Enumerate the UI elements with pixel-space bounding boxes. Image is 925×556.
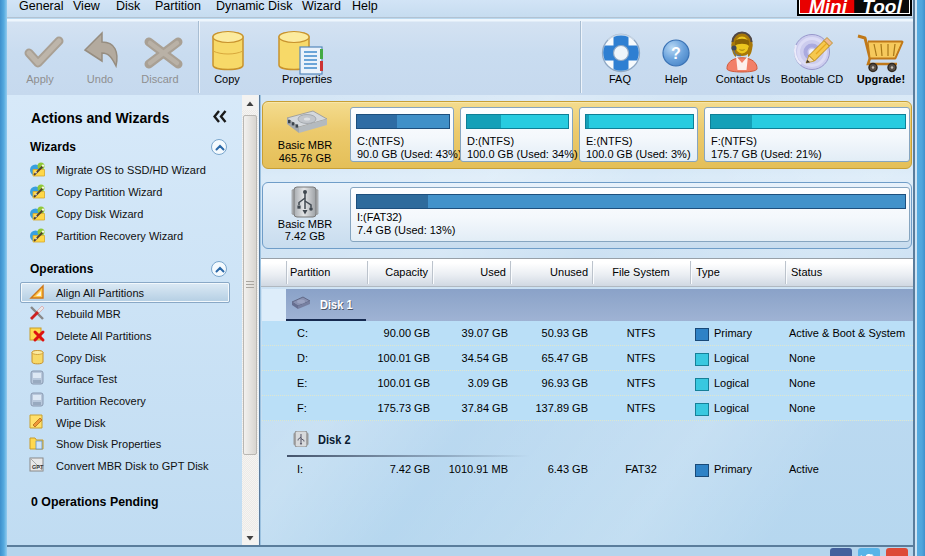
svg-text:Mini: Mini [809,0,848,16]
svg-text:GPT: GPT [32,464,44,470]
svg-text:Tool: Tool [862,0,902,16]
svg-text:?: ? [671,45,681,62]
